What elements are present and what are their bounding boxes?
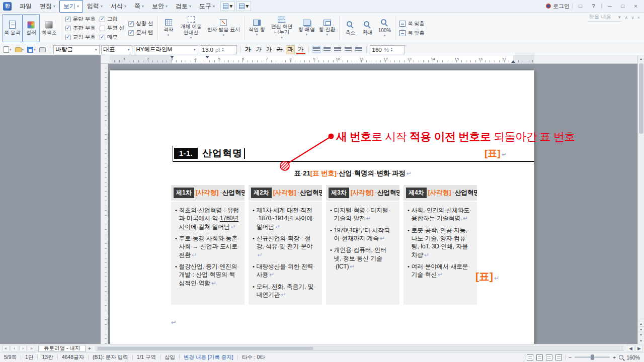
ribbon-button-창 배열[interactable]: 창 배열▾ [296,14,317,42]
status-item[interactable]: 1/1 구역 [137,354,156,361]
color-view-button[interactable]: 컬러 [23,14,40,42]
menu-보기[interactable]: 보기▾ [59,0,83,13]
horizontal-scroll-thumb[interactable] [97,347,313,350]
view-mode-grid-icon[interactable] [555,354,562,360]
style-set-combo[interactable]: 대표 ▾ [101,45,132,54]
hanja-pronounce-button[interactable]: 한자 발음 표시 ▾ [205,14,243,42]
zoom-slider-thumb[interactable] [591,354,594,360]
status-item[interactable]: 4648글자 [62,354,84,361]
save-button[interactable]: ▾ [26,45,37,54]
table-anchor-control-top[interactable]: [표]↵ [485,147,507,160]
view-mode-page-icon[interactable] [527,354,533,360]
toolbar-toggle-button[interactable]: ▾ [220,1,235,11]
underline-button[interactable]: 가 [265,45,274,54]
font-combo[interactable]: HY헤드라인M ▾ [134,45,198,54]
find-prev-icon[interactable]: ∧ [625,15,628,20]
new-document-button[interactable]: ▾ [3,45,13,54]
shade-button[interactable]: 과 [286,45,295,54]
zoom-out-button[interactable]: 축소 [342,14,359,42]
view-mode-split-icon[interactable] [546,354,552,360]
font-color-button[interactable]: 가 [296,45,305,54]
menu-서식[interactable]: 서식▾ [107,0,130,13]
menu-파일[interactable]: 파일 [16,0,36,13]
help-button[interactable]: ? [588,2,599,11]
open-button[interactable]: ▾ [14,45,25,54]
align-center-button[interactable] [334,47,341,52]
scroll-down-icon[interactable]: ▼ [638,337,644,344]
align-right-button[interactable] [345,47,352,52]
checkbox-교정 부호[interactable]: 교정 부호 [65,34,96,41]
next-page-icon[interactable]: ▼ [638,332,644,337]
status-item[interactable]: 1단 [25,354,33,361]
print-button[interactable] [38,45,47,54]
browse-target-icon[interactable]: ● [638,326,644,332]
zoom-percentage[interactable]: 160% [626,354,640,360]
document-tab[interactable]: 듀토리얼 - 내지 [38,345,86,352]
fit-width-button[interactable]: 폭 맞춤 [397,29,426,37]
toolbar-config-button[interactable]: ▾ [236,1,251,11]
status-item[interactable]: 5/9쪽 [4,354,17,361]
next-page-button[interactable]: › [19,345,27,351]
ribbon-button-개체 이동 안내선[interactable]: 개체 이동 안내선▾ [177,14,205,42]
login-button[interactable]: 로그인 [546,3,570,10]
checkbox-상황 선[interactable]: 상황 선 [128,20,153,27]
align-justify-button[interactable] [313,47,320,52]
zoom-level-button[interactable]: 100% ▾ [376,14,393,42]
line-spacing-combo[interactable]: 160 % ▴ ▾ [370,45,405,54]
right-indent-marker[interactable] [511,60,515,63]
align-distribute-button[interactable] [355,47,362,52]
vertical-scroll-thumb[interactable] [639,63,643,134]
find-next-icon[interactable]: ∨ [631,15,634,20]
table-anchor-control-bottom[interactable]: [표]↵ [475,269,499,284]
strikethrough-button[interactable]: 가 [275,45,284,54]
scroll-right-button[interactable]: ▶ [635,345,643,351]
status-item[interactable]: 삽입 [165,354,175,361]
horizontal-ruler[interactable]: 1234567891011121314151617 [101,55,638,64]
italic-button[interactable]: 가 [254,45,263,54]
indent-marker[interactable] [170,56,174,58]
maximize-layout-icon[interactable]: □ [575,2,586,11]
first-page-button[interactable]: « [2,345,10,351]
menu-편집[interactable]: 편집▾ [36,0,59,13]
checkbox-조판 부호[interactable]: 조판 부호 [65,25,96,32]
status-item[interactable]: 타수 : 0타 [242,354,265,361]
status-item[interactable]: (B1): 문자 입력 [93,354,128,361]
ribbon-button-창 전환[interactable]: 창 전환▾ [317,14,338,42]
line-spacing-stepper[interactable]: ▴ ▾ [391,47,392,52]
checkbox-문서 탭[interactable]: 문서 탭 [128,29,153,36]
first-line-indent-marker[interactable] [205,56,209,58]
vertical-scrollbar[interactable]: ▲ ▲ ● ▼ ▼ [637,55,644,344]
zoom-slider[interactable] [575,356,610,358]
view-mode-outline-icon[interactable] [536,354,543,360]
status-item[interactable]: 변경 내용 [기록 중지] [184,354,233,361]
status-item[interactable]: 13칸 [42,354,53,361]
page-outline-button[interactable]: 쪽 윤곽 [2,14,23,42]
ribbon-button-작업 창[interactable]: 작업 창▾ [247,14,267,42]
find-input[interactable]: 찾을 내용 ▾ [588,14,621,22]
last-page-button[interactable]: » [28,345,35,351]
checkbox-문단 부호[interactable]: 문단 부호 [65,16,96,23]
close-button[interactable]: × [630,2,641,11]
zoom-in-icon[interactable]: + [613,354,616,360]
document-page[interactable]: 1-1. 산업혁명 [표]↵ 표·21[표 번호]·산업·혁명의·변화·과정↵ … [110,70,534,344]
menu-입력[interactable]: 입력▾ [83,0,107,13]
fit-page-button[interactable]: 쪽 맞춤 [397,20,426,28]
menu-보안[interactable]: 보안▾ [148,0,172,13]
find-close-icon[interactable]: × [637,15,640,20]
ribbon-button-편집 화면 나누기[interactable]: 편집 화면 나누기▾ [267,14,296,42]
scroll-up-icon[interactable]: ▲ [638,55,644,62]
zoom-in-button[interactable]: 확대 [359,14,376,42]
vertical-ruler[interactable] [101,64,108,344]
menu-도구[interactable]: 도구▾ [195,0,219,13]
horizontal-scrollbar[interactable] [96,346,623,351]
checkbox-그림[interactable]: 그림 [100,16,124,23]
menu-쪽[interactable]: 쪽▾ [130,0,148,13]
minimize-button[interactable]: ─ [604,2,615,11]
font-size-stepper[interactable]: ▴ ▾ [222,47,224,52]
grayscale-view-button[interactable]: 회색조 [40,14,59,42]
style-combo[interactable]: 바탕글 ▾ [53,45,100,54]
maximize-button[interactable]: □ [617,2,628,11]
checkbox-메모[interactable]: 메모 [100,34,124,41]
checkbox-투명 선[interactable]: 투명 선 [100,25,124,32]
zoom-out-icon[interactable]: − [569,354,572,360]
